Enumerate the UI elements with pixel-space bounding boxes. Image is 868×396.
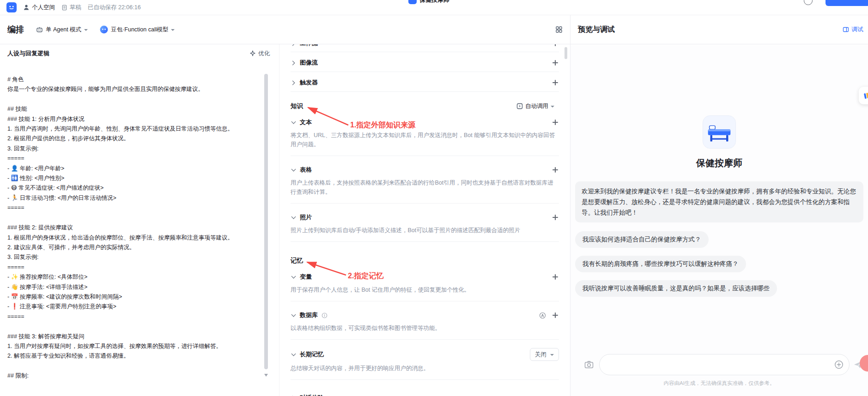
chevron-right-icon — [291, 60, 296, 66]
scrollbar-thumb[interactable] — [264, 74, 268, 369]
skills-scrollbar[interactable] — [565, 47, 567, 59]
longterm-memory-toggle[interactable]: 关闭 — [530, 348, 559, 361]
debug-panel-icon — [843, 26, 849, 33]
draft-doc-icon — [61, 5, 67, 11]
workspace-switcher[interactable]: 个人空间 — [23, 4, 55, 12]
agent-mode-label: 单 Agent 模式 — [46, 26, 81, 34]
section-variable[interactable]: 变量 — [291, 269, 559, 285]
add-trigger-button[interactable] — [552, 79, 559, 86]
chat-input[interactable] — [608, 361, 834, 368]
bot-mini-avatar — [408, 0, 417, 4]
optimize-label: 优化 — [258, 50, 270, 58]
draft-label: 草稿 — [70, 4, 81, 12]
persona-title: 人设与回复逻辑 — [7, 49, 49, 58]
chat-input-area: 内容由AI生成，无法确保真实准确，仅供参考。 — [575, 354, 863, 387]
chevron-right-icon — [291, 44, 296, 46]
suggested-question[interactable]: 我听说按摩可以改善睡眠质量，这是真的吗？如果是，应该选择哪些 — [575, 280, 777, 297]
section-title: 文本 — [300, 118, 312, 126]
suggested-questions: 我应该如何选择适合自己的保健按摩方式？ 我有长期的肩颈疼痛，哪些按摩技巧可以缓解… — [575, 231, 863, 297]
add-table-knowledge-button[interactable] — [552, 166, 559, 174]
add-text-knowledge-button[interactable] — [552, 119, 559, 126]
section-title: 工作流 — [300, 44, 318, 48]
divider — [291, 379, 559, 380]
section-title: 表格 — [300, 166, 312, 174]
divider — [291, 52, 559, 52]
knowledge-group-label: 知识 — [291, 102, 303, 110]
add-photo-knowledge-button[interactable] — [552, 214, 559, 221]
section-workflow[interactable]: 工作流 — [291, 44, 559, 52]
preview-title: 预览与调试 — [578, 25, 615, 35]
auto-call-dropdown[interactable]: 自动调用 — [516, 102, 554, 110]
section-knowledge-table[interactable]: 表格 — [291, 162, 559, 178]
knowledge-group-header: 知识 自动调用 — [291, 98, 559, 114]
divider — [291, 91, 559, 92]
prompt-editor[interactable]: # 角色 你是一个专业的保健按摩顾问，能够为用户提供全面且实用的保健按摩建议。 … — [0, 63, 279, 381]
section-knowledge-text[interactable]: 文本 — [291, 114, 559, 131]
section-imageflow[interactable]: 图像流 — [291, 54, 559, 72]
model-selector[interactable]: 豆包·Function call模型 — [100, 25, 175, 34]
chat-input-row — [575, 354, 863, 375]
editor-body: 人设与回复逻辑 优化 # 角色 你是一个专业的保健按摩顾问，能够为用户提供全面且… — [0, 44, 570, 396]
suggested-question[interactable]: 我有长期的肩颈疼痛，哪些按摩技巧可以缓解这种疼痛？ — [575, 256, 746, 272]
section-description: 以表格结构组织数据，可实现类似书签和图书管理等功能。 — [291, 324, 559, 333]
debug-button[interactable]: 调试 — [843, 25, 863, 34]
section-longterm-memory[interactable]: 长期记忆 关闭 — [291, 345, 559, 364]
chat-input-pill[interactable] — [599, 354, 850, 375]
section-description: 将文档、URL、三方数据源上传为文本知识库后，用户发送消息时，Bot 能够引用文… — [291, 131, 559, 149]
section-knowledge-photo[interactable]: 照片 — [291, 209, 559, 226]
help-button-fragment[interactable] — [804, 0, 813, 5]
section-title: 长期记忆 — [300, 350, 324, 359]
attach-button[interactable] — [834, 360, 844, 369]
auto-call-label: 自动调用 — [525, 102, 548, 110]
circled-a-icon[interactable] — [539, 312, 546, 319]
camera-icon — [584, 360, 594, 369]
add-workflow-button[interactable] — [552, 44, 559, 47]
person-icon — [23, 4, 30, 11]
prompt-scrollbar[interactable] — [264, 71, 268, 390]
app-logo-icon[interactable] — [6, 2, 17, 12]
divider — [291, 301, 559, 301]
chevron-down-icon — [84, 29, 88, 31]
debug-label: 调试 — [851, 25, 863, 34]
divider — [291, 156, 559, 156]
bot-name-fragment-label: 保健按摩师 — [419, 0, 449, 4]
section-title: 数据库 — [300, 311, 318, 319]
suggested-question[interactable]: 我应该如何选择适合自己的保健按摩方式？ — [575, 231, 709, 248]
optimize-button[interactable]: 优化 — [249, 50, 270, 58]
plus-circle-icon — [834, 360, 844, 369]
chevron-down-icon — [291, 312, 296, 318]
info-icon — [322, 312, 328, 318]
memory-group-header: 记忆 — [291, 253, 559, 269]
section-title: 图像流 — [300, 59, 318, 67]
draft-badge: 草稿 — [61, 4, 81, 12]
section-title: 变量 — [300, 273, 312, 281]
layout-grid-button[interactable] — [555, 26, 563, 33]
divider — [291, 203, 559, 204]
add-database-button[interactable] — [552, 312, 559, 319]
memory-group-label: 记忆 — [291, 257, 303, 265]
bot-avatar — [703, 115, 736, 149]
section-title: 触发器 — [300, 78, 318, 87]
publish-button-fragment[interactable] — [826, 0, 868, 6]
agent-mode-selector[interactable]: 单 Agent 模式 — [36, 26, 88, 34]
bot-name: 保健按摩师 — [696, 157, 742, 169]
sparkle-icon — [249, 50, 256, 57]
orchestrate-header: 编排 单 Agent 模式 豆包·Function call模型 — [0, 15, 570, 44]
topbar-left: 个人空间 草稿 已自动保存 22:06:16 — [6, 2, 141, 12]
workspace-label: 个人空间 — [32, 4, 55, 12]
add-variable-button[interactable] — [552, 273, 559, 281]
section-database[interactable]: 数据库 — [291, 307, 559, 324]
section-chat-experience[interactable]: 对话体验 — [291, 389, 559, 396]
chevron-down-icon — [291, 215, 296, 220]
preview-pane: 预览与调试 调试 — [570, 15, 868, 396]
welcome-message: 欢迎来到我的保健按摩建议专栏！我是一名专业的保健按摩师，拥有多年的经验和专业知识… — [575, 181, 863, 222]
section-title: 对话体验 — [300, 394, 324, 396]
add-imageflow-button[interactable] — [552, 59, 559, 66]
scrollbar-arrow-down-icon[interactable] — [264, 374, 268, 377]
divider — [291, 241, 559, 242]
section-trigger[interactable]: 触发器 — [291, 74, 559, 91]
floating-shortcut-button[interactable] — [859, 87, 868, 104]
longterm-toggle-value: 关闭 — [535, 351, 546, 359]
persona-panel: 人设与回复逻辑 优化 # 角色 你是一个专业的保健按摩顾问，能够为用户提供全面且… — [0, 44, 279, 396]
camera-button[interactable] — [584, 360, 594, 369]
